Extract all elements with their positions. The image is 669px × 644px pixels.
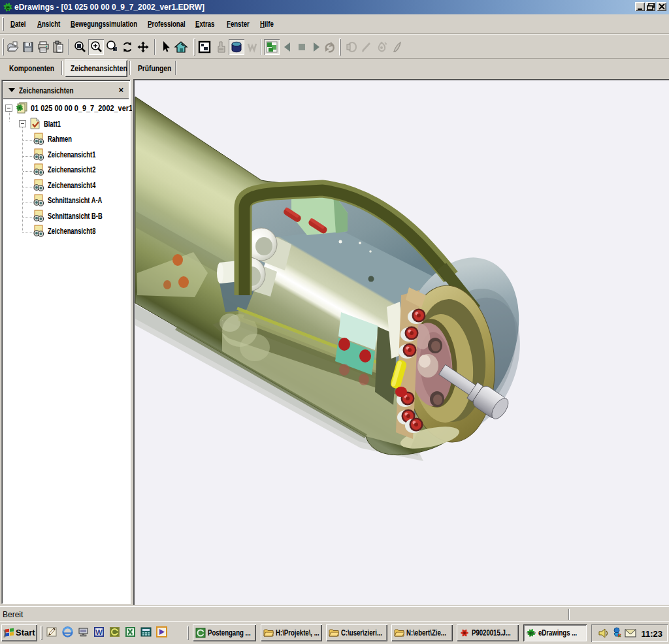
svg-text:e: e bbox=[6, 3, 10, 11]
svg-text:e: e bbox=[529, 630, 533, 637]
svg-text:W: W bbox=[95, 628, 103, 636]
